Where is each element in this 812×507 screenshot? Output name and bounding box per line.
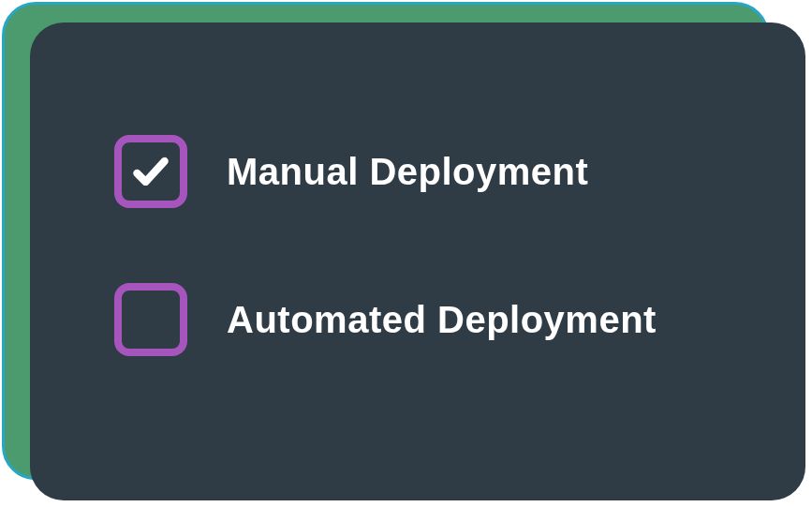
option-row-automated: Automated Deployment [114, 283, 721, 356]
option-row-manual: Manual Deployment [114, 135, 721, 208]
deployment-options-card: Manual Deployment Automated Deployment [30, 22, 805, 500]
option-label-manual: Manual Deployment [227, 151, 588, 193]
option-label-automated: Automated Deployment [227, 299, 657, 341]
checkbox-manual-deployment[interactable] [114, 135, 187, 208]
check-icon [130, 151, 171, 192]
checkbox-automated-deployment[interactable] [114, 283, 187, 356]
